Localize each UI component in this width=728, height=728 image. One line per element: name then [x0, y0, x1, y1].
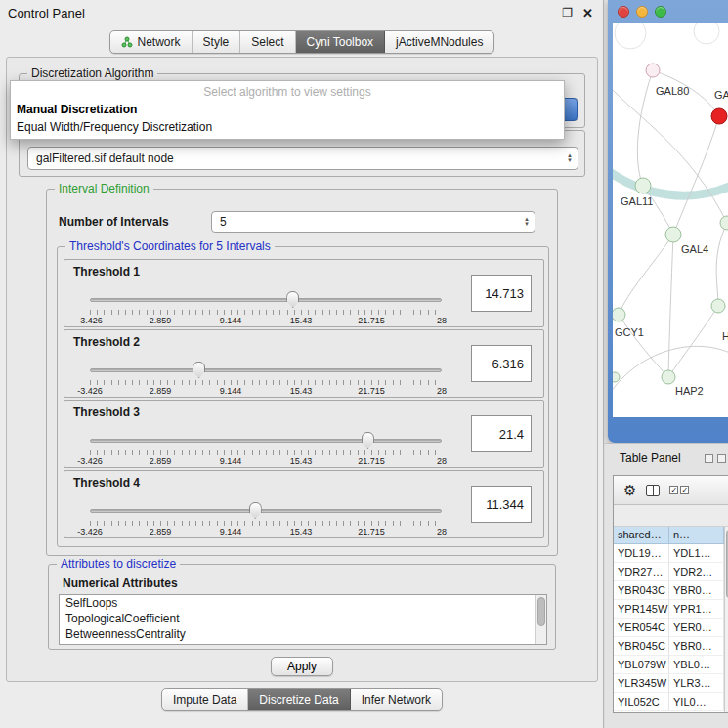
node-clipped-right[interactable] — [720, 216, 728, 230]
threshold-label: Threshold 1 — [73, 265, 140, 278]
threshold-label: Threshold 2 — [73, 335, 140, 349]
tab-network[interactable]: Network — [110, 31, 193, 53]
table-header-row: shared… n… — [614, 527, 724, 544]
cell[interactable]: YIL052C — [614, 693, 669, 711]
select-columns-icon[interactable]: ✓ ✓ — [669, 486, 689, 494]
traffic-light-close-button[interactable] — [618, 6, 629, 18]
network-canvas[interactable]: GAL80 GA GAL11 GAL4 GCY1 H HAP2 — [613, 23, 728, 417]
cell[interactable]: YIL0… — [669, 693, 724, 711]
bottom-tab-group: Impute Data Discretize Data Infer Networ… — [161, 688, 443, 711]
cell[interactable]: YBR045C — [614, 637, 669, 656]
dropdown-option-equal-width-frequency[interactable]: Equal Width/Frequency Discretization — [11, 118, 564, 136]
node-gal80[interactable] — [646, 64, 660, 77]
list-item[interactable]: TopologicalCoefficient — [60, 611, 546, 626]
slider-track[interactable] — [90, 509, 442, 513]
slider-track[interactable] — [90, 298, 442, 302]
edge[interactable] — [637, 70, 653, 186]
gear-icon[interactable]: ⚙ — [623, 483, 636, 497]
cell[interactable]: YER054C — [614, 619, 669, 637]
table-row[interactable]: YDL19… YDL1… — [614, 544, 724, 563]
cell[interactable]: YPR1… — [669, 600, 724, 619]
table-row[interactable]: YER054C YER0… — [614, 619, 724, 637]
threshold-value-field[interactable]: 14.713 — [471, 275, 532, 312]
cell[interactable]: YLR345W — [614, 674, 669, 693]
node-gal4[interactable] — [665, 227, 681, 242]
slider-thumb[interactable] — [249, 502, 262, 519]
node-gal11[interactable] — [635, 178, 651, 193]
edge[interactable] — [668, 235, 673, 377]
slider-track[interactable] — [90, 439, 442, 443]
cell[interactable]: YDL19… — [614, 544, 669, 563]
close-icon[interactable]: ✕ — [582, 7, 593, 20]
tab-cyni-toolbox[interactable]: Cyni Toolbox — [296, 31, 385, 53]
cell[interactable]: YDL1… — [669, 544, 724, 563]
cell[interactable]: YBR0… — [669, 637, 724, 656]
edge[interactable] — [619, 235, 673, 315]
slider-thumb[interactable] — [286, 291, 299, 308]
table-row[interactable]: YBR043C YBR0… — [614, 581, 724, 600]
edge[interactable] — [673, 116, 719, 235]
cell[interactable]: YDR2… — [669, 563, 724, 581]
node-small-left[interactable] — [613, 372, 620, 382]
tab-style[interactable]: Style — [193, 31, 241, 53]
table-row[interactable]: YBR045C YBR0… — [614, 637, 724, 656]
float-window-icon[interactable]: ❐ — [562, 7, 573, 19]
scale-label: 28 — [437, 456, 447, 466]
table-row[interactable]: YPR145W YPR1… — [614, 600, 724, 619]
dropdown-placeholder-option[interactable]: Select algorithm to view settings — [11, 83, 564, 101]
column-header-name[interactable]: n… — [669, 527, 724, 544]
table-data-select[interactable]: galFiltered.sif default node ▲▼ — [27, 147, 578, 170]
node-selected-red[interactable] — [711, 108, 727, 124]
tab-label: Select — [251, 35, 283, 49]
table-data-selected-value: galFiltered.sif default node — [36, 151, 174, 165]
close-panel-icon[interactable] — [717, 454, 726, 463]
slider-track[interactable] — [90, 368, 442, 372]
edge[interactable] — [716, 223, 727, 306]
number-of-intervals-select[interactable]: 5 ▲▼ — [211, 211, 535, 233]
threshold-value-field[interactable]: 21.4 — [471, 415, 532, 452]
cell[interactable]: YBR043C — [614, 581, 669, 600]
cell[interactable]: YBR0… — [669, 581, 724, 600]
cell[interactable]: YBL079W — [614, 656, 669, 674]
table-row[interactable]: YBL079W YBL0… — [614, 656, 724, 674]
cell[interactable]: YPR145W — [614, 600, 669, 619]
cell[interactable]: YDR27… — [614, 563, 669, 581]
node-hap2[interactable] — [662, 370, 675, 384]
threshold-4-box: Threshold 4 11.344 -3.426 2.859 9.144 15… — [64, 470, 544, 538]
traffic-light-minimize-button[interactable] — [636, 6, 648, 18]
tab-jactivemnodules[interactable]: jActiveMNodules — [385, 31, 493, 53]
tab-infer-network[interactable]: Infer Network — [351, 689, 442, 710]
cell[interactable]: YBL0… — [669, 656, 724, 674]
table-scrollbar[interactable] — [724, 527, 728, 712]
scrollbar-thumb[interactable] — [537, 597, 545, 626]
threshold-value-field[interactable]: 6.316 — [471, 345, 532, 382]
table-row[interactable]: YDR27… YDR2… — [614, 563, 724, 581]
list-item[interactable]: BetweennessCentrality — [60, 626, 546, 642]
table-row[interactable]: YIL052C YIL0… — [614, 693, 724, 711]
algorithm-dropdown-popup: Select algorithm to view settings Manual… — [10, 80, 565, 140]
column-header-shared-name[interactable]: shared… — [614, 527, 669, 544]
cell[interactable]: YLR3… — [669, 674, 724, 693]
tab-discretize-data[interactable]: Discretize Data — [248, 689, 350, 710]
list-scrollbar[interactable] — [535, 595, 546, 644]
columns-icon[interactable] — [646, 485, 660, 496]
list-item[interactable]: SelfLoops — [60, 595, 546, 611]
slider-thumb[interactable] — [193, 362, 205, 378]
cell[interactable]: YER0… — [669, 619, 724, 637]
threshold-value-field[interactable]: 11.344 — [471, 486, 532, 523]
tab-impute-data[interactable]: Impute Data — [162, 689, 248, 710]
slider-thumb[interactable] — [362, 432, 374, 449]
float-panel-icon[interactable] — [705, 454, 713, 463]
table-row[interactable]: YLR345W YLR3… — [614, 674, 724, 693]
apply-button[interactable]: Apply — [271, 657, 333, 676]
node-gcy1[interactable] — [613, 308, 625, 321]
node-h-clipped[interactable] — [711, 299, 725, 313]
thick-edge[interactable] — [613, 170, 728, 195]
tab-select[interactable]: Select — [240, 31, 295, 53]
stage: Control Panel ❐ ✕ Network — [0, 0, 728, 728]
cyni-toolbox-panel: Discretization Algorithm Table Data galF… — [6, 57, 598, 682]
edge[interactable] — [668, 306, 718, 377]
traffic-light-zoom-button[interactable] — [655, 6, 666, 18]
dropdown-option-manual-discretization[interactable]: Manual Discretization — [11, 101, 564, 118]
edge[interactable] — [619, 315, 668, 377]
